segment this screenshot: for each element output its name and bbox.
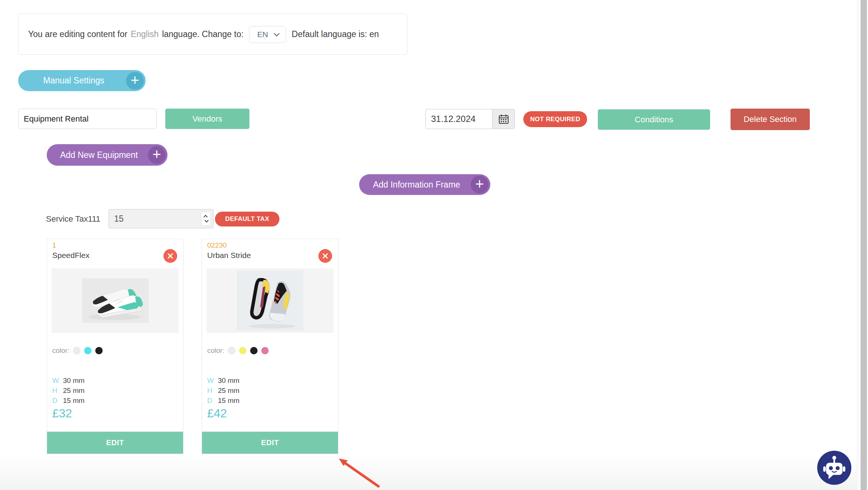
edit-product-button[interactable]: EDIT [202, 431, 338, 454]
date-input[interactable] [425, 109, 492, 129]
section-title-input[interactable] [18, 109, 157, 129]
plus-icon[interactable]: + [471, 176, 488, 193]
dim-value: 15 mm [63, 395, 85, 405]
dimension-row: W 30 mm [52, 375, 85, 385]
dim-value: 15 mm [218, 395, 239, 405]
service-tax-label: Service Tax111 [46, 214, 100, 224]
language-bar-text: You are editing content for [28, 29, 127, 39]
stepper-down-icon[interactable] [204, 218, 208, 222]
language-bar: You are editing content for English lang… [18, 14, 407, 55]
remove-product-button[interactable] [163, 249, 177, 263]
language-select-value: EN [257, 30, 268, 39]
add-information-frame-button[interactable]: Add Information Frame + [359, 174, 490, 195]
product-price: £32 [52, 407, 72, 420]
dimensions: W 30 mm H 25 mm D 15 mm [52, 375, 85, 405]
product-image [82, 278, 149, 323]
dimension-row: D 15 mm [52, 395, 85, 405]
dimension-row: W 30 mm [207, 375, 239, 385]
service-tax-field [109, 209, 213, 228]
language-bar-default-text: Default language is: en [292, 29, 379, 39]
color-swatch[interactable] [228, 347, 235, 354]
language-bar-language-name: English [131, 29, 159, 39]
dim-value: 25 mm [218, 385, 239, 395]
product-image-panel [206, 268, 334, 333]
dim-letter: H [207, 385, 213, 395]
service-tax-input[interactable] [109, 209, 213, 228]
product-id: 1 [52, 241, 56, 249]
dim-letter: D [207, 395, 213, 405]
dim-value: 25 mm [63, 385, 85, 395]
dim-letter: H [52, 385, 59, 395]
product-card: 1 SpeedFlex color: [47, 239, 183, 454]
close-icon [322, 252, 329, 259]
color-row: color: [207, 347, 269, 355]
color-swatch[interactable] [84, 347, 92, 354]
dim-letter: W [52, 375, 59, 385]
conditions-button[interactable]: Conditions [598, 109, 710, 130]
dimension-row: H 25 mm [52, 385, 85, 395]
date-field [425, 109, 515, 129]
delete-section-button[interactable]: Delete Section [730, 109, 810, 130]
color-swatch[interactable] [250, 347, 258, 354]
chatbot-button[interactable] [816, 450, 852, 486]
color-swatch[interactable] [261, 347, 269, 354]
calendar-button[interactable] [492, 109, 515, 129]
color-swatch[interactable] [95, 347, 103, 354]
product-image [237, 271, 304, 331]
remove-product-button[interactable] [318, 249, 332, 263]
language-bar-change-text: language. Change to: [162, 29, 243, 39]
product-price: £42 [207, 407, 227, 420]
dim-value: 30 mm [218, 375, 239, 385]
chevron-down-icon [274, 31, 280, 37]
calendar-icon [498, 113, 509, 125]
number-stepper[interactable] [201, 212, 211, 226]
product-id: 02230 [207, 241, 227, 249]
plus-icon[interactable]: + [148, 146, 166, 164]
dim-letter: W [207, 375, 213, 385]
not-required-badge[interactable]: NOT REQUIRED [523, 111, 587, 127]
color-swatch[interactable] [239, 347, 246, 354]
dim-value: 30 mm [63, 375, 85, 385]
color-swatches [228, 347, 269, 354]
plus-icon[interactable]: + [126, 72, 144, 90]
chatbot-icon [816, 450, 852, 486]
color-label: color: [52, 347, 69, 355]
close-icon [167, 252, 174, 259]
edit-product-button[interactable]: EDIT [47, 431, 183, 454]
product-name: SpeedFlex [52, 251, 89, 260]
dimensions: W 30 mm H 25 mm D 15 mm [207, 375, 239, 405]
language-select[interactable]: EN [249, 26, 286, 43]
annotation-arrow [334, 454, 385, 490]
plus-glyph: + [475, 176, 484, 191]
add-new-equipment-button[interactable]: Add New Equipment + [47, 144, 168, 166]
dimension-row: D 15 mm [207, 395, 239, 405]
manual-settings-button[interactable]: Manual Settings + [18, 70, 146, 91]
color-swatches [73, 347, 103, 354]
color-swatch[interactable] [73, 347, 80, 354]
default-tax-badge[interactable]: DEFAULT TAX [215, 212, 279, 226]
scrollbar-thumb[interactable] [861, 0, 867, 490]
product-image-panel [52, 268, 179, 333]
color-label: color: [207, 347, 224, 355]
dimension-row: H 25 mm [207, 385, 239, 395]
plus-glyph: + [152, 147, 161, 162]
color-row: color: [52, 347, 103, 355]
scrollbar-track[interactable] [857, 0, 868, 490]
product-name: Urban Stride [207, 251, 251, 260]
vendors-button[interactable]: Vendors [165, 109, 249, 129]
product-card: 02230 Urban Stride [202, 239, 338, 454]
plus-glyph: + [130, 73, 139, 87]
dim-letter: D [52, 395, 59, 405]
page-bottom-fade [0, 456, 857, 490]
